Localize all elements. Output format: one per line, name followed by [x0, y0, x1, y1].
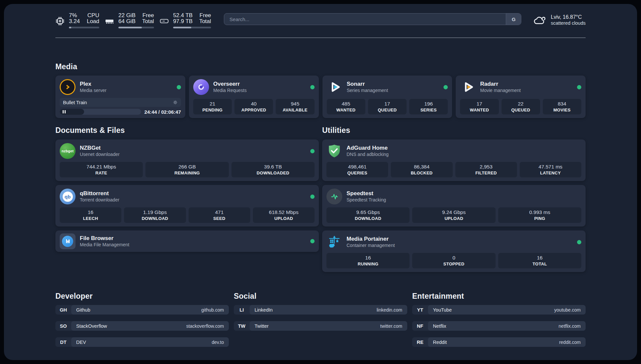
app-description: Torrent downloader: [80, 197, 119, 203]
link-url: dev.to: [212, 340, 224, 345]
app-card-radarr[interactable]: Radarr Movie management 17 WANTED 22 QUE…: [456, 76, 586, 118]
link-youtube[interactable]: YT YouTube youtube.com: [412, 305, 586, 315]
app-description: Media server: [80, 88, 107, 93]
app-name: NZBGet: [80, 145, 120, 151]
search-bar: G: [224, 13, 521, 25]
link-tag: RE: [412, 337, 428, 347]
storage-total-label: Total: [199, 18, 211, 24]
link-linkedin[interactable]: LI LinkedIn linkedin.com: [234, 305, 407, 315]
app-card-sonarr[interactable]: Sonarr Series management 485 WANTED 17 Q…: [322, 76, 452, 118]
stat-label: BLOCKED: [392, 170, 451, 176]
search-provider-button[interactable]: G: [506, 14, 521, 25]
media-section-title: Media: [55, 62, 586, 71]
storage-total-value: 97.9 TB: [173, 18, 193, 24]
stat-value: 9.65 Gbps: [328, 209, 408, 216]
status-online-dot: [577, 240, 581, 244]
link-reddit[interactable]: RE Reddit reddit.com: [412, 337, 586, 347]
memory-stats: 22 GiB 64 GiB Free Total: [105, 13, 154, 28]
playback-progress-bar: [60, 109, 141, 115]
section-social: Social LI LinkedIn linkedin.com TW Twitt…: [234, 292, 407, 347]
app-card-qbittorrent[interactable]: qb qBittorrent Torrent downloader 16 LEE…: [55, 185, 319, 227]
portainer-icon: [326, 234, 342, 250]
stat-pill: 39.6 TB DOWNLOADED: [231, 162, 315, 177]
sonarr-icon: [327, 79, 343, 95]
speedtest-icon: [326, 189, 342, 204]
stat-label: QUERIES: [328, 170, 387, 176]
app-card-overseerr[interactable]: Overseerr Media Requests 21 PENDING 40 A…: [189, 76, 319, 118]
app-card-adguard[interactable]: AdGuard Home DNS and adblocking 498,461 …: [322, 139, 586, 181]
search-input[interactable]: [224, 14, 506, 25]
qbittorrent-icon-text: qb: [65, 194, 71, 199]
link-url: stackoverflow.com: [186, 323, 224, 329]
stat-value: 0: [413, 255, 494, 261]
link-netflix[interactable]: NF Netflix netflix.com: [412, 321, 586, 331]
status-online-dot: [310, 239, 315, 243]
stat-label: WANTED: [461, 107, 497, 113]
gear-icon[interactable]: [173, 100, 178, 105]
app-name: Radarr: [480, 81, 521, 87]
link-tag: SO: [55, 321, 71, 331]
status-online-dot: [310, 149, 315, 153]
app-card-portainer[interactable]: Media Portainer Container management 16 …: [322, 230, 586, 272]
stat-value: 16: [500, 255, 580, 261]
stat-value: 744.21 Mbps: [61, 164, 141, 170]
app-description: Speedtest Tracking: [347, 197, 386, 203]
stat-value: 618.52 Mbps: [254, 209, 313, 216]
cpu-icon: [55, 14, 65, 28]
documents-section-title: Documents & Files: [55, 126, 319, 135]
link-name: Github: [76, 307, 90, 313]
stat-value: 9.24 Gbps: [413, 209, 494, 216]
app-card-plex[interactable]: Plex Media server Bullet Train: [55, 76, 185, 118]
link-name: DEV: [76, 340, 86, 345]
link-stackoverflow[interactable]: SO StackOverflow stackoverflow.com: [55, 321, 229, 331]
stat-value: 471: [190, 209, 249, 216]
stat-value: 266 GB: [147, 164, 227, 170]
link-tag: TW: [234, 321, 250, 331]
link-tag: NF: [412, 321, 428, 331]
stat-value: 0.993 ms: [500, 209, 580, 216]
weather-widget: Lviv, 16.87°C scattered clouds: [533, 14, 586, 26]
stat-pill: 744.21 Mbps RATE: [60, 162, 143, 177]
stat-label: MOVIES: [544, 107, 580, 113]
app-description: Media Requests: [213, 88, 247, 93]
stat-value: 21: [195, 101, 230, 107]
link-name: Twitter: [255, 323, 269, 329]
pause-icon[interactable]: [63, 110, 66, 113]
stat-label: LEECH: [61, 216, 120, 221]
stat-label: DOWNLOAD: [328, 216, 408, 221]
now-playing-widget: Bullet Train: [60, 98, 181, 115]
app-card-speedtest[interactable]: Speedtest Speedtest Tracking 9.65 Gbps D…: [322, 185, 586, 227]
link-github[interactable]: GH Github github.com: [55, 305, 229, 315]
link-name: Netflix: [433, 323, 446, 329]
section-entertainment: Entertainment YT YouTube youtube.com NF …: [412, 292, 586, 347]
stat-value: 16: [61, 209, 120, 216]
cpu-stats: 7% 3.24 CPU Load: [55, 13, 99, 28]
stat-pill: 0 STOPPED: [412, 253, 495, 268]
stat-value: 834: [544, 101, 580, 107]
app-name: Media Portainer: [347, 236, 395, 242]
stat-pill: 16 TOTAL: [498, 253, 581, 268]
stat-value: 86,384: [392, 164, 451, 170]
ram-icon: [105, 14, 114, 28]
app-name: Plex: [80, 81, 107, 87]
stat-pill: 498,461 QUERIES: [326, 162, 388, 177]
stat-pill: 834 MOVIES: [543, 99, 581, 114]
social-section-title: Social: [234, 292, 407, 301]
link-url: netflix.com: [559, 323, 581, 329]
weather-condition: scattered clouds: [551, 20, 586, 26]
stat-value: 17: [369, 101, 405, 107]
app-card-filebrowser[interactable]: File Browser Media File Management: [55, 230, 319, 252]
link-twitter[interactable]: TW Twitter twitter.com: [234, 321, 407, 331]
link-dev[interactable]: DT DEV dev.to: [55, 337, 229, 347]
app-description: Usenet downloader: [80, 152, 120, 157]
stat-label: AVAILABLE: [277, 107, 313, 113]
stat-pill: 16 LEECH: [60, 207, 121, 223]
app-card-nzbget[interactable]: nzbget NZBGet Usenet downloader 744.21 M…: [55, 139, 319, 181]
stat-pill: 196 SERIES: [409, 99, 448, 114]
app-name: qBittorrent: [80, 190, 119, 197]
storage-usage-bar: [173, 27, 211, 28]
qbittorrent-icon: qb: [60, 189, 76, 204]
stat-value: 40: [236, 101, 272, 107]
stat-label: SEED: [190, 216, 249, 221]
stat-value: 16: [328, 255, 408, 261]
